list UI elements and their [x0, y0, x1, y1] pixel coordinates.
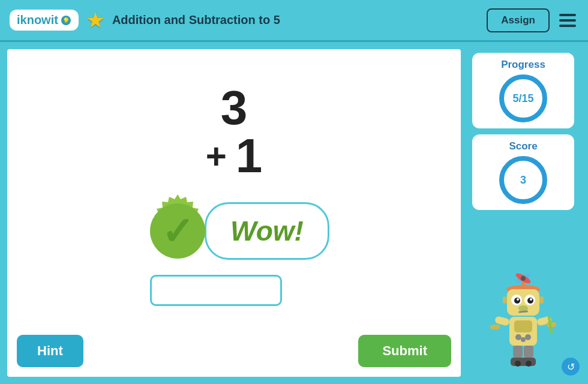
svg-point-25 — [525, 334, 531, 340]
score-label: Score — [509, 140, 537, 152]
bulb-icon: 💡 — [61, 15, 71, 26]
progress-label: Progress — [501, 59, 545, 71]
svg-rect-32 — [524, 346, 533, 358]
hint-button[interactable]: Hint — [17, 335, 83, 367]
svg-point-9 — [521, 276, 526, 281]
wow-bubble: Wow! — [205, 202, 329, 260]
logo: iknowit 💡 — [10, 10, 79, 31]
content-area: 3 + 1 ✓ Wow! — [5, 47, 463, 379]
svg-point-17 — [518, 305, 528, 311]
logo-text: iknowit — [17, 13, 58, 27]
menu-line-2 — [559, 19, 576, 22]
score-circle: 3 — [499, 156, 547, 204]
svg-rect-22 — [514, 320, 532, 332]
assign-button[interactable]: Assign — [487, 8, 550, 32]
svg-rect-31 — [513, 346, 523, 358]
num-bottom-row: + 1 — [206, 132, 263, 180]
score-value: 3 — [520, 174, 526, 187]
score-section: Score 3 — [472, 134, 574, 210]
progress-circle: 5/15 — [499, 74, 547, 122]
back-arrow-icon: ↺ — [567, 361, 575, 373]
badge-svg: ✓ — [139, 192, 217, 270]
svg-point-15 — [517, 298, 519, 301]
submit-button[interactable]: Submit — [358, 335, 451, 367]
operator: + — [206, 136, 227, 177]
bottom-buttons: Hint Submit — [17, 335, 451, 367]
header: iknowit 💡 ★ Addition and Subtraction to … — [0, 0, 588, 42]
svg-rect-20 — [539, 296, 544, 304]
number-top: 3 — [221, 84, 248, 132]
progress-section: Progress 5/15 — [472, 53, 574, 128]
svg-point-23 — [515, 334, 521, 340]
menu-line-1 — [559, 14, 576, 16]
sidebar: Progress 5/15 Score 3 — [463, 47, 583, 379]
star-icon: ★ — [86, 10, 105, 31]
robot-area: ↺ — [463, 219, 583, 379]
answer-input-outline — [150, 275, 282, 306]
svg-point-36 — [526, 361, 532, 367]
wow-text: Wow! — [230, 215, 304, 247]
answer-wow-container: ✓ Wow! — [139, 192, 329, 270]
menu-line-3 — [559, 25, 576, 27]
svg-text:💡: 💡 — [62, 17, 70, 25]
svg-rect-19 — [503, 296, 507, 304]
math-problem: 3 + 1 — [206, 84, 263, 180]
menu-icon[interactable] — [557, 11, 578, 29]
back-arrow-button[interactable]: ↺ — [562, 358, 580, 376]
progress-value: 5/15 — [512, 92, 533, 105]
main-layout: 3 + 1 ✓ Wow! — [0, 42, 588, 384]
correct-badge: ✓ — [139, 192, 217, 270]
number-bottom: 1 — [236, 132, 263, 180]
robot-character — [484, 272, 562, 374]
svg-point-16 — [530, 298, 532, 301]
lesson-title: Addition and Subtraction to 5 — [112, 13, 479, 27]
svg-point-35 — [515, 361, 521, 367]
svg-text:✓: ✓ — [161, 210, 194, 253]
svg-point-24 — [521, 337, 526, 342]
svg-rect-28 — [490, 325, 500, 329]
